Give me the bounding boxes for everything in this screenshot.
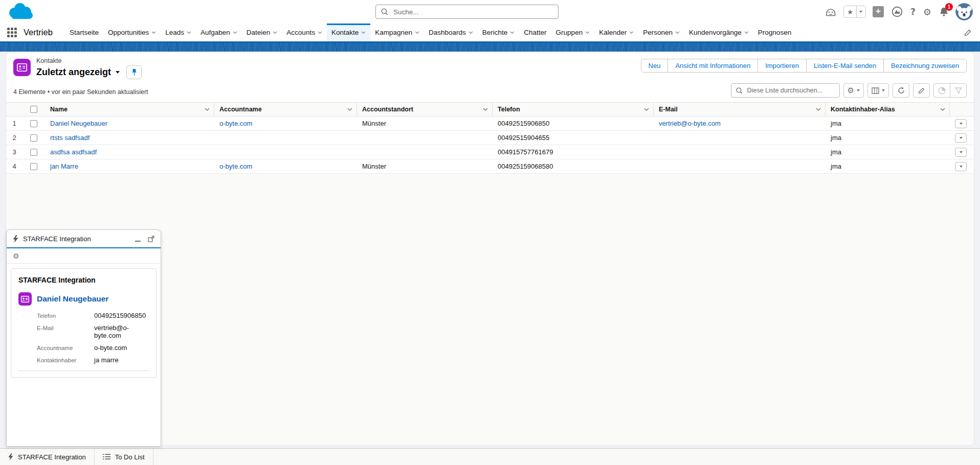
app-launcher-button[interactable] (7, 28, 17, 37)
ansicht-mit-informationen-button[interactable]: Ansicht mit Informationen (667, 59, 758, 73)
refresh-button[interactable] (893, 83, 909, 98)
nav-tabs: Startseite Opportunities Leads Aufgaben … (65, 24, 796, 41)
list-search-input[interactable] (746, 86, 835, 95)
table-row: 3 asdfsa asdfsadf 004915757761679 jma (6, 145, 974, 159)
notifications-button[interactable]: 1 (938, 6, 950, 18)
trailhead-guidance-button[interactable] (890, 5, 904, 18)
account-link[interactable]: o-byte.com (219, 162, 252, 170)
row-actions-button[interactable] (955, 133, 967, 143)
chevron-down-icon (510, 31, 515, 34)
pin-list-button[interactable] (126, 65, 142, 79)
tab-kampagnen[interactable]: Kampagnen (370, 24, 424, 41)
question-mark-icon: ? (910, 7, 916, 17)
global-header: ★ + ? ⚙ (0, 0, 980, 24)
row-checkbox[interactable] (30, 120, 37, 127)
row-actions-button[interactable] (955, 119, 967, 128)
account-link[interactable]: o-byte.com (219, 120, 252, 127)
caret-down-icon (882, 89, 885, 91)
tab-startseite[interactable]: Startseite (65, 24, 103, 41)
trailhead-icon (892, 6, 903, 17)
row-checkbox[interactable] (30, 149, 37, 156)
edit-navigation-button[interactable] (964, 29, 972, 36)
row-checkbox[interactable] (30, 163, 37, 170)
account-location-cell (357, 145, 493, 159)
contact-name-link[interactable]: jan Marre (50, 162, 78, 170)
caret-down-icon (859, 11, 862, 13)
help-button[interactable]: ? (909, 6, 917, 18)
row-actions-button[interactable] (955, 162, 967, 171)
tab-aufgaben[interactable]: Aufgaben (196, 24, 242, 41)
popout-icon[interactable] (148, 236, 154, 242)
chevron-down-icon (318, 31, 322, 34)
bezeichnung-zuweisen-button[interactable]: Bezeichnung zuweisen (883, 59, 967, 73)
tab-kontakte[interactable]: Kontakte (327, 24, 370, 41)
contact-name-link[interactable]: Daniel Neugebauer (50, 120, 107, 127)
importieren-button[interactable]: Importieren (758, 59, 807, 73)
row-number-header (6, 103, 23, 116)
row-checkbox[interactable] (30, 134, 37, 142)
contact-name-link[interactable]: asdfsa asdfsadf (50, 148, 97, 156)
field-label: E-Mail (37, 325, 94, 331)
gear-icon[interactable]: ⚙ (13, 252, 19, 260)
pencil-icon (918, 87, 925, 94)
pie-chart-icon (938, 87, 946, 95)
gear-icon: ⚙ (848, 86, 854, 95)
tab-gruppen[interactable]: Gruppen (551, 24, 595, 41)
list-view-title[interactable]: Zuletzt angezeigt (36, 67, 111, 78)
setup-button[interactable]: ⚙ (922, 6, 932, 18)
global-search (375, 5, 559, 19)
favorite-star-button[interactable]: ★ (844, 6, 856, 17)
utility-item-starface[interactable]: STARFACE Integration (0, 449, 95, 465)
utility-item-todo-list[interactable]: To Do List (95, 449, 153, 465)
tab-kundenvorgaenge[interactable]: Kundenvorgänge (684, 24, 753, 41)
column-header-accountstandort[interactable]: Accountstandort (357, 103, 493, 116)
refresh-icon (898, 87, 905, 94)
favorites-menu-button[interactable] (856, 6, 865, 17)
neu-button[interactable]: Neu (641, 59, 669, 73)
tab-personen[interactable]: Personen (638, 24, 684, 41)
tab-leads[interactable]: Leads (161, 24, 196, 41)
list-view-controls-button[interactable]: ⚙ (843, 83, 864, 98)
column-header-name[interactable]: Name (45, 103, 214, 116)
inline-edit-button[interactable] (913, 83, 930, 98)
chevron-down-icon (361, 31, 366, 34)
chart-filter-group (933, 83, 967, 98)
chevron-down-icon (151, 31, 156, 34)
tab-kalender[interactable]: Kalender (594, 24, 638, 41)
starface-contact-name-link[interactable]: Daniel Neugebauer (37, 294, 108, 304)
notification-count-badge: 1 (945, 3, 953, 11)
list-view-selector-caret-icon[interactable] (116, 71, 120, 74)
tab-dateien[interactable]: Dateien (242, 24, 282, 41)
column-header-accountname[interactable]: Accountname (214, 103, 357, 116)
global-search-input[interactable] (392, 8, 553, 16)
tab-berichte[interactable]: Berichte (478, 24, 520, 41)
email-link[interactable]: vertrieb@o-byte.com (659, 120, 721, 127)
einstein-assistant-button[interactable] (823, 5, 838, 18)
minimize-icon[interactable] (135, 241, 141, 242)
owner-alias-cell: jma (826, 145, 950, 159)
tab-chatter[interactable]: Chatter (519, 24, 551, 41)
tab-accounts[interactable]: Accounts (282, 24, 327, 41)
column-header-kontaktinhaber-alias[interactable]: Kontaktinhaber-Alias (826, 103, 950, 116)
select-all-checkbox[interactable] (30, 106, 37, 113)
tab-opportunities[interactable]: Opportunities (103, 24, 161, 41)
display-as-button[interactable] (867, 83, 889, 98)
column-header-email[interactable]: E-Mail (654, 103, 826, 116)
global-actions-button[interactable]: + (872, 5, 885, 18)
user-avatar[interactable] (955, 3, 973, 20)
chevron-down-icon (233, 31, 237, 34)
row-actions-button[interactable] (955, 148, 967, 157)
chevron-down-icon (644, 108, 649, 111)
tab-prognosen[interactable]: Prognosen (753, 24, 796, 41)
phone-cell: 004915757761679 (493, 145, 654, 159)
listen-email-senden-button[interactable]: Listen-E-Mail senden (806, 59, 884, 73)
lightning-bolt-icon (8, 453, 13, 460)
table-header-row: Name Accountname Accountstandort Telefon… (6, 102, 974, 117)
object-label: Kontakte (36, 57, 142, 64)
contact-name-link[interactable]: rtsts sadfsadf (50, 134, 90, 142)
charts-button[interactable] (933, 83, 950, 98)
tab-dashboards[interactable]: Dashboards (424, 24, 478, 41)
filters-button[interactable] (950, 83, 967, 98)
page-header-texture (0, 43, 980, 52)
column-header-telefon[interactable]: Telefon (493, 103, 654, 116)
